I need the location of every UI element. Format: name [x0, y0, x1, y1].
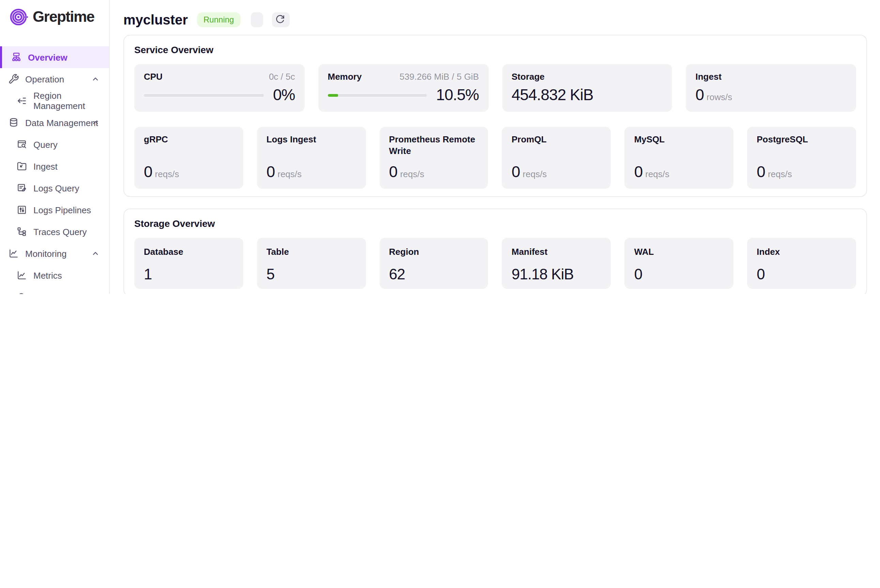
sidebar-item-label: Region Management — [33, 91, 109, 111]
memory-percent: 10.5% — [436, 86, 479, 104]
service-overview-section: Service Overview CPU 0c / 5c 0% — [123, 35, 867, 197]
sidebar-item-logs-query[interactable]: Logs Query — [0, 177, 109, 199]
monitoring-chart-icon — [8, 248, 19, 259]
sidebar-item-label: Overview — [28, 52, 68, 62]
service-overview-title: Service Overview — [134, 44, 856, 55]
sidebar-item-operation[interactable]: Operation — [0, 68, 109, 90]
prometheus-remote-write-unit: reqs/s — [400, 169, 424, 179]
mysql-card: MySQL 0 reqs/s — [625, 127, 734, 189]
mysql-unit: reqs/s — [645, 169, 669, 179]
greptime-logo: Greptime — [0, 0, 109, 27]
postgresql-value: 0 — [757, 163, 765, 181]
grpc-card: gRPC 0 reqs/s — [134, 127, 243, 189]
logs-query-icon — [17, 183, 27, 194]
cpu-limit: 0c / 5c — [269, 72, 295, 82]
sidebar-item-logs-pipelines[interactable]: Logs Pipelines — [0, 199, 109, 221]
app-window: Greptime Overview — [0, 0, 880, 294]
ingest-unit: rows/s — [707, 92, 732, 102]
table-stat-label: Table — [267, 247, 289, 257]
wal-stat-value: 0 — [634, 266, 724, 284]
sidebar-item-label: Ingest — [33, 161, 58, 171]
database-stat-value: 1 — [144, 266, 234, 284]
prometheus-remote-write-label: Prometheus Remote Write — [389, 134, 479, 158]
memory-card: Memory 539.266 MiB / 5 GiB 10.5% — [318, 64, 489, 112]
brand-name: Greptime — [33, 8, 94, 26]
cpu-progress-bar — [144, 94, 263, 96]
storage-card: Storage 454.832 KiB — [502, 64, 673, 112]
region-management-icon — [17, 95, 27, 106]
chevron-up-icon[interactable] — [92, 249, 99, 258]
sidebar-item-traces-query[interactable]: Traces Query — [0, 221, 109, 243]
region-stat-label: Region — [389, 247, 419, 257]
region-stat-card: Region 62 — [379, 238, 488, 289]
search-icon — [17, 292, 27, 294]
region-stat-value: 62 — [389, 266, 479, 284]
sidebar-item-ingest[interactable]: Ingest — [0, 155, 109, 177]
cpu-percent: 0% — [273, 86, 295, 104]
grpc-label: gRPC — [144, 134, 234, 146]
blank-action-button[interactable] — [251, 12, 263, 27]
protocol-metric-row: gRPC 0 reqs/s Logs Ingest 0 reqs/s Prome… — [134, 127, 856, 189]
storage-value: 454.832 KiB — [512, 86, 593, 104]
sidebar-item-query[interactable]: Query — [0, 134, 109, 155]
sidebar-item-region-management[interactable]: Region Management — [0, 90, 109, 112]
sidebar-item-label: Logs Query — [33, 183, 79, 193]
promql-unit: reqs/s — [523, 169, 547, 179]
sidebar-item-label: Logs Pipelines — [33, 205, 91, 215]
prometheus-remote-write-card: Prometheus Remote Write 0 reqs/s — [379, 127, 488, 189]
sidebar-item-instance-logs[interactable]: Instance Logs — [0, 286, 109, 294]
wrench-icon — [8, 74, 19, 84]
main-content: mycluster Running Service Overview CPU — [110, 0, 880, 294]
logs-ingest-value: 0 — [267, 163, 275, 181]
grpc-value: 0 — [144, 163, 152, 181]
query-icon — [17, 139, 27, 150]
wal-stat-label: WAL — [634, 247, 654, 257]
cluster-status-badge: Running — [197, 12, 240, 27]
postgresql-unit: reqs/s — [768, 169, 792, 179]
table-stat-value: 5 — [267, 266, 356, 284]
refresh-button[interactable] — [272, 12, 290, 27]
sidebar-item-data-management[interactable]: Data Management — [0, 112, 109, 134]
promql-label: PromQL — [512, 134, 602, 146]
postgresql-label: PostgreSQL — [757, 134, 847, 146]
storage-overview-title: Storage Overview — [134, 218, 856, 229]
grpc-unit: reqs/s — [155, 169, 179, 179]
manifest-stat-value: 91.18 KiB — [512, 266, 602, 284]
greptime-spiral-icon — [9, 8, 28, 27]
memory-progress-fill — [328, 94, 338, 96]
database-stat-card: Database 1 — [134, 238, 243, 289]
cpu-label: CPU — [144, 72, 162, 83]
cluster-overview-icon — [11, 52, 22, 63]
storage-stats-row: Database 1 Table 5 Region 62 Manifest 91… — [134, 238, 856, 289]
logs-pipelines-icon — [17, 204, 27, 215]
chevron-up-icon[interactable] — [92, 118, 99, 127]
sidebar-nav: Overview Operation — [0, 46, 109, 294]
postgresql-card: PostgreSQL 0 reqs/s — [747, 127, 856, 189]
sidebar-item-overview[interactable]: Overview — [0, 46, 109, 68]
chevron-up-icon[interactable] — [92, 75, 99, 83]
ingest-card: Ingest 0 rows/s — [686, 64, 856, 112]
sidebar-item-monitoring[interactable]: Monitoring — [0, 243, 109, 264]
sidebar-item-label: Query — [33, 140, 58, 150]
manifest-stat-label: Manifest — [512, 247, 547, 257]
page-header: mycluster Running — [123, 11, 867, 28]
service-metric-row: CPU 0c / 5c 0% Memory 539.266 MiB / 5 Gi… — [134, 64, 856, 112]
mysql-label: MySQL — [634, 134, 724, 146]
promql-value: 0 — [512, 163, 520, 181]
memory-label: Memory — [328, 72, 362, 83]
ingest-folder-icon — [17, 161, 27, 172]
memory-progress-bar — [328, 94, 427, 96]
sidebar-item-label: Instance Logs — [33, 292, 89, 294]
cluster-title: mycluster — [123, 12, 188, 28]
storage-overview-section: Storage Overview Database 1 Table 5 Regi… — [123, 208, 867, 294]
index-stat-card: Index 0 — [747, 238, 856, 289]
prometheus-remote-write-value: 0 — [389, 163, 397, 181]
sidebar: Greptime Overview — [0, 0, 110, 294]
storage-label: Storage — [512, 72, 545, 83]
sidebar-item-label: Monitoring — [25, 248, 66, 259]
table-stat-card: Table 5 — [257, 238, 366, 289]
logs-ingest-card: Logs Ingest 0 reqs/s — [257, 127, 366, 189]
mysql-value: 0 — [634, 163, 643, 181]
logs-ingest-label: Logs Ingest — [267, 134, 356, 146]
sidebar-item-metrics[interactable]: Metrics — [0, 264, 109, 286]
